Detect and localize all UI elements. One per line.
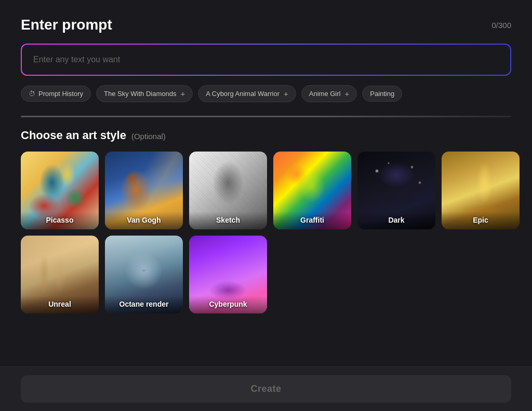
char-count: 0/300 xyxy=(491,21,511,30)
style-label: Cyberpunk xyxy=(189,296,267,313)
style-card-vangogh[interactable]: Van Gogh xyxy=(105,152,183,229)
style-card-epic[interactable]: Epic xyxy=(442,152,520,229)
main-content: Enter prompt 0/300 ⏱ Prompt History The … xyxy=(0,0,532,366)
chip-label: Prompt History xyxy=(38,90,83,98)
chip-cyborg-warrior[interactable]: A Cyborg Animal Warrior + xyxy=(198,85,296,102)
prompt-input[interactable] xyxy=(21,44,511,76)
section-divider xyxy=(21,116,511,117)
optional-label: (Optional) xyxy=(131,132,166,141)
page-title: Enter prompt xyxy=(21,17,112,33)
bottom-bar: Create xyxy=(0,366,532,411)
style-label: Dark xyxy=(357,212,435,229)
style-card-sketch[interactable]: Sketch xyxy=(189,152,267,229)
style-card-unreal[interactable]: Unreal xyxy=(21,236,99,313)
prompt-input-wrapper xyxy=(21,44,511,76)
style-card-cyberpunk[interactable]: Cyberpunk xyxy=(189,236,267,313)
header-row: Enter prompt 0/300 xyxy=(21,17,511,33)
chip-plus-icon: + xyxy=(284,89,288,98)
chip-label: Painting xyxy=(370,90,394,98)
chip-sky-diamonds[interactable]: The Sky With Diamonds + xyxy=(96,85,193,102)
style-card-picasso[interactable]: Picasso xyxy=(21,152,99,229)
chip-label: The Sky With Diamonds xyxy=(104,90,176,98)
style-label: Epic xyxy=(442,212,520,229)
chip-label: A Cyborg Animal Warrior xyxy=(206,90,280,98)
chip-plus-icon: + xyxy=(180,89,185,98)
chip-anime-girl[interactable]: Anime Girl + xyxy=(301,85,357,102)
style-label: Octane render xyxy=(105,296,183,313)
style-label: Picasso xyxy=(21,212,99,229)
styles-row-1: Picasso Van Gogh Sketch Graffiti Dark Ep… xyxy=(21,152,511,229)
style-label: Graffiti xyxy=(273,212,351,229)
chip-painting[interactable]: Painting xyxy=(362,86,402,102)
styles-grid: Picasso Van Gogh Sketch Graffiti Dark Ep… xyxy=(21,152,511,313)
chips-row: ⏱ Prompt History The Sky With Diamonds +… xyxy=(21,85,511,102)
style-card-octane[interactable]: Octane render xyxy=(105,236,183,313)
style-card-dark[interactable]: Dark xyxy=(357,152,435,229)
style-label: Unreal xyxy=(21,296,99,313)
art-style-header: Choose an art style (Optional) xyxy=(21,129,511,142)
create-button[interactable]: Create xyxy=(21,375,511,403)
style-label: Sketch xyxy=(189,212,267,229)
styles-row-2: Unreal Octane render Cyberpunk xyxy=(21,236,511,313)
chip-label: Anime Girl xyxy=(309,90,341,98)
style-label: Van Gogh xyxy=(105,212,183,229)
clock-icon: ⏱ xyxy=(29,90,35,98)
style-card-graffiti[interactable]: Graffiti xyxy=(273,152,351,229)
art-style-title: Choose an art style xyxy=(21,129,126,142)
chip-prompt-history[interactable]: ⏱ Prompt History xyxy=(21,86,91,102)
chip-plus-icon: + xyxy=(344,89,349,98)
